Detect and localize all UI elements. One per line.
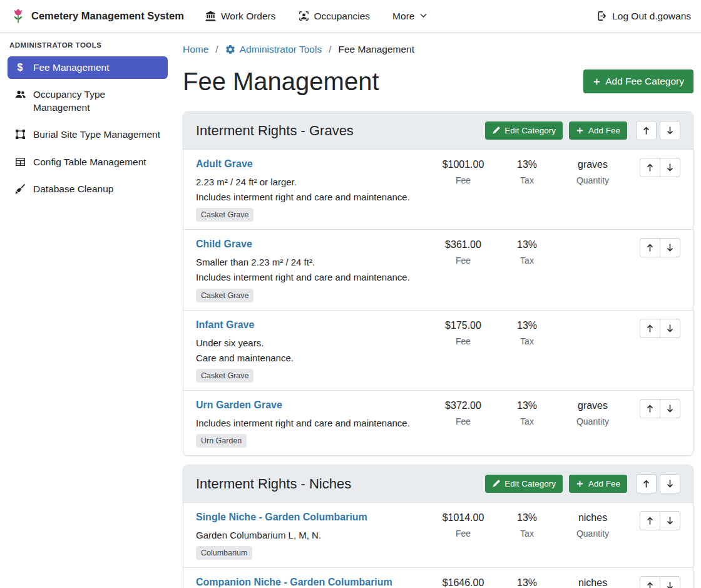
users-icon: [14, 89, 26, 101]
fee-name-link[interactable]: Single Niche - Garden Columbarium: [196, 511, 367, 524]
move-fee-down-button[interactable]: [660, 319, 680, 338]
fee-amount: $175.00: [431, 320, 495, 331]
gear-icon: [225, 44, 235, 54]
edit-category-button[interactable]: Edit Category: [485, 475, 563, 493]
sidebar-item-fee-management[interactable]: $Fee Management: [8, 56, 168, 79]
tax-value: 13%: [495, 400, 559, 411]
move-category-down-button[interactable]: [660, 474, 680, 493]
move-fee-down-button[interactable]: [660, 238, 680, 257]
fee-descriptions: Garden Columbarium L, M, N.: [196, 529, 431, 542]
fee-type-badge: Casket Grave: [196, 289, 253, 302]
fee-description: Under six years.: [196, 336, 431, 349]
breadcrumb-home-link[interactable]: Home: [183, 44, 208, 55]
arrow-up-icon: [645, 243, 655, 252]
sidebar-item-database-cleanup[interactable]: Database Cleanup: [8, 178, 168, 201]
move-fee-up-button[interactable]: [640, 319, 660, 338]
breadcrumb: Home / Administrator Tools / Fee Managem…: [183, 41, 693, 55]
move-fee-down-button[interactable]: [660, 158, 680, 177]
fee-row: Child Grave Smaller than 2.23 m² / 24 ft…: [183, 229, 693, 309]
fee-column: $175.00 Fee: [431, 319, 495, 346]
plus-icon: [593, 78, 601, 86]
move-category-down-button[interactable]: [660, 121, 680, 140]
fee-label: Fee: [431, 416, 495, 426]
breadcrumb-current: Fee Management: [339, 44, 415, 55]
breadcrumb-admin-tools-label: Administrator Tools: [240, 44, 322, 55]
sidebar-item-occupancy-type-management[interactable]: Occupancy Type Management: [8, 83, 168, 119]
edit-category-button[interactable]: Edit Category: [485, 121, 563, 140]
breadcrumb-admin-tools-link[interactable]: Administrator Tools: [225, 44, 322, 55]
move-fee-up-button[interactable]: [640, 399, 660, 418]
quantity-label: Quantity: [559, 175, 627, 185]
add-fee-category-button[interactable]: Add Fee Category: [583, 70, 693, 93]
tulip-logo-icon: [10, 8, 26, 24]
fee-description: Smaller than 2.23 m² / 24 ft².: [196, 255, 431, 269]
fee-name-link[interactable]: Companion Niche - Garden Columbarium: [196, 576, 392, 588]
fee-amount: $361.00: [431, 239, 495, 250]
quantity-column: graves Quantity: [559, 158, 627, 185]
fee-name-link[interactable]: Urn Garden Grave: [196, 399, 282, 412]
move-fee-down-button[interactable]: [660, 576, 680, 588]
arrow-down-icon: [665, 516, 675, 525]
app-title: Cemetery Management System: [31, 10, 184, 22]
fee-type-badge: Urn Garden: [196, 434, 247, 448]
dollar-icon: $: [14, 63, 26, 73]
sidebar-nav: $Fee ManagementOccupancy Type Management…: [8, 56, 168, 201]
page-layout: ADMINISTRATOR TOOLS $Fee ManagementOccup…: [0, 33, 701, 588]
fee-name-link[interactable]: Adult Grave: [196, 158, 253, 171]
fee-amount: $1001.00: [431, 159, 495, 170]
fee-move-buttons: [627, 158, 680, 177]
move-fee-up-button[interactable]: [640, 576, 660, 588]
move-fee-up-button[interactable]: [640, 511, 660, 530]
fee-name-link[interactable]: Child Grave: [196, 238, 252, 251]
add-fee-button[interactable]: Add Fee: [569, 121, 627, 140]
broom-icon: [14, 183, 26, 196]
quantity-value: graves: [559, 400, 627, 411]
quantity-column: graves Quantity: [559, 399, 627, 426]
sidebar-heading: ADMINISTRATOR TOOLS: [8, 41, 168, 56]
sidebar-item-config-table-management[interactable]: Config Table Management: [8, 151, 168, 174]
fee-move-buttons: [627, 576, 680, 588]
main-nav: Work Orders Occupancies More: [205, 11, 428, 22]
edit-category-label: Edit Category: [504, 126, 556, 135]
logout-label: Log Out d.gowans: [612, 11, 691, 22]
nav-more-dropdown[interactable]: More: [392, 11, 427, 22]
sidebar-item-burial-site-type-management[interactable]: Burial Site Type Management: [8, 123, 168, 147]
main-content: Home / Administrator Tools / Fee Managem…: [175, 33, 701, 588]
fee-description: Includes interment right and care and ma…: [196, 271, 431, 284]
move-category-up-button[interactable]: [636, 121, 657, 140]
quantity-label: Quantity: [559, 529, 627, 539]
fee-description: Includes interment right and care and ma…: [196, 416, 431, 430]
category-header: Interment Rights - Niches Edit Category …: [183, 465, 693, 503]
fee-column: $1014.00 Fee: [431, 511, 495, 539]
fee-info: Infant Grave Under six years.Care and ma…: [196, 319, 431, 383]
arrow-down-icon: [665, 479, 675, 488]
app-brand: Cemetery Management System: [10, 8, 184, 24]
tax-value: 13%: [495, 320, 559, 331]
arrow-down-icon: [665, 581, 675, 588]
fee-info: Single Niche - Garden Columbarium Garden…: [196, 511, 431, 560]
move-fee-down-button[interactable]: [660, 511, 680, 530]
quantity-column: niches Quantity: [559, 576, 627, 588]
pencil-icon: [492, 480, 500, 488]
tax-column: 13% Tax: [495, 238, 559, 266]
move-fee-up-button[interactable]: [640, 238, 660, 257]
add-fee-button[interactable]: Add Fee: [569, 475, 627, 493]
fee-name-link[interactable]: Infant Grave: [196, 319, 254, 332]
category-header: Interment Rights - Graves Edit Category …: [183, 112, 693, 150]
move-fee-down-button[interactable]: [660, 399, 680, 418]
category-title: Interment Rights - Niches: [196, 476, 485, 492]
fee-row: Adult Grave 2.23 m² / 24 ft² or larger.I…: [183, 150, 693, 229]
fee-amount: $1646.00: [431, 577, 495, 588]
fee-column: $372.00 Fee: [431, 399, 495, 426]
fee-label: Fee: [431, 175, 495, 185]
nav-occupancies[interactable]: Occupancies: [299, 11, 371, 22]
logout-link[interactable]: Log Out d.gowans: [596, 11, 691, 22]
fee-list: Adult Grave 2.23 m² / 24 ft² or larger.I…: [183, 150, 693, 455]
move-fee-up-button[interactable]: [640, 158, 660, 177]
arrow-down-icon: [665, 324, 675, 333]
move-category-up-button[interactable]: [636, 474, 657, 493]
sidebar-item-label: Config Table Management: [33, 156, 146, 168]
breadcrumb-separator: /: [329, 44, 331, 55]
nav-work-orders[interactable]: Work Orders: [205, 11, 276, 22]
fee-row: Urn Garden Grave Includes interment righ…: [183, 390, 693, 455]
